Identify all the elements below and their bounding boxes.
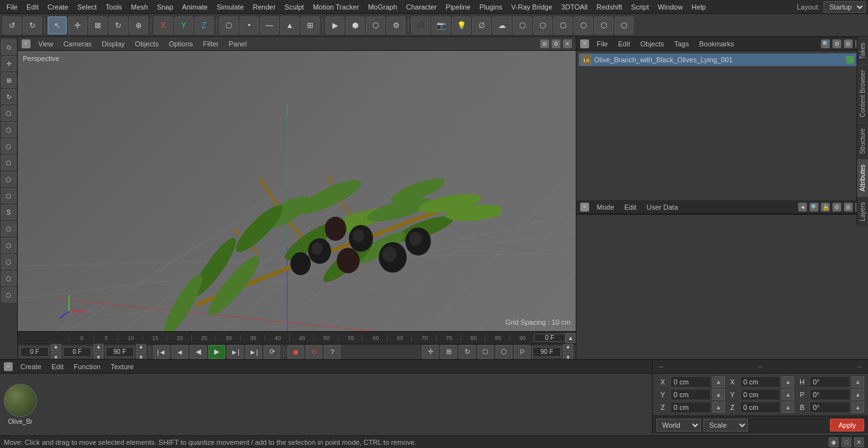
- menu-edit[interactable]: Edit: [23, 2, 43, 12]
- attr-expand-icon[interactable]: ⊞: [844, 203, 853, 212]
- mat-edit-menu[interactable]: Edit: [49, 362, 66, 371]
- obj-edit-menu[interactable]: Edit: [616, 39, 633, 48]
- loop-button[interactable]: ⟳: [264, 345, 280, 359]
- z-axis-button[interactable]: Z: [194, 17, 214, 34]
- sidebar-extrude[interactable]: ⬡: [1, 105, 17, 121]
- render-settings-button[interactable]: ⚙: [386, 17, 405, 34]
- obj-objects-menu[interactable]: Objects: [638, 39, 667, 48]
- scale-key-button[interactable]: ⊞: [440, 345, 457, 359]
- coord-z-arrow[interactable]: ▲: [712, 402, 725, 413]
- apply-button[interactable]: Apply: [830, 419, 864, 431]
- viewport-cameras-menu[interactable]: Cameras: [61, 39, 95, 48]
- coord-z2-pos[interactable]: 0 cm: [740, 402, 781, 413]
- render-button[interactable]: ▶: [325, 17, 344, 34]
- sidebar-mirror[interactable]: ⬡: [1, 238, 17, 253]
- rotate-key-button[interactable]: ↻: [459, 345, 475, 359]
- edge-mode-button[interactable]: —: [260, 17, 279, 34]
- play-reverse-button[interactable]: ◀: [190, 345, 207, 359]
- viewport-panel-menu[interactable]: Panel: [226, 39, 249, 48]
- status-btn-1[interactable]: ◉: [829, 437, 839, 447]
- menu-character[interactable]: Character: [402, 2, 440, 12]
- step-back-button[interactable]: ◄: [172, 345, 188, 359]
- scale-tool-button[interactable]: ⊠: [88, 17, 107, 34]
- coord-x2-pos[interactable]: 0 cm: [740, 376, 781, 388]
- sidebar-live-selection[interactable]: ⊙: [1, 39, 17, 55]
- sidebar-magnet[interactable]: ⬡: [1, 221, 17, 236]
- menu-file[interactable]: File: [3, 2, 22, 12]
- mat-panel-icon[interactable]: ≡: [4, 362, 13, 371]
- coord-y2-arrow[interactable]: ▲: [782, 389, 794, 400]
- uv-mode-button[interactable]: ⊞: [301, 17, 320, 34]
- preview-start-down[interactable]: ▼: [93, 352, 104, 359]
- extra-btn-5[interactable]: ⬡: [614, 17, 634, 34]
- light-button[interactable]: 💡: [452, 17, 471, 34]
- extra-btn-1[interactable]: ⬡: [533, 17, 552, 34]
- menu-simulate[interactable]: Simulate: [213, 2, 248, 12]
- key-grid-button[interactable]: ⬡: [496, 345, 512, 359]
- coord-x-pos[interactable]: 0 cm: [670, 376, 711, 388]
- attr-search-icon[interactable]: 🔍: [810, 203, 818, 212]
- sidebar-extra-2[interactable]: ⬡: [1, 287, 17, 302]
- menu-vray[interactable]: V-Ray Bridge: [508, 2, 557, 12]
- autokey-button[interactable]: ⊙: [306, 345, 322, 359]
- menu-animate[interactable]: Animate: [179, 2, 212, 12]
- sidebar-scale[interactable]: ⊞: [1, 72, 17, 88]
- sidebar-bridge[interactable]: ⬡: [1, 139, 17, 154]
- end-frame-down[interactable]: ▼: [563, 352, 573, 359]
- sidebar-smooth[interactable]: S: [1, 205, 17, 220]
- tab-structure[interactable]: Structure: [857, 123, 868, 160]
- polygon-mode-button[interactable]: ▲: [280, 17, 299, 34]
- menu-render[interactable]: Render: [249, 2, 280, 12]
- extra-btn-4[interactable]: ⬡: [594, 17, 613, 34]
- go-to-start-button[interactable]: |◄: [153, 345, 170, 359]
- sidebar-spline-tool[interactable]: ⬡: [1, 188, 17, 203]
- viewport-filter-menu[interactable]: Filter: [201, 39, 221, 48]
- render-view-button[interactable]: ⬢: [346, 17, 365, 34]
- obj-tags-menu[interactable]: Tags: [672, 39, 691, 48]
- move-key-button[interactable]: ✛: [422, 345, 438, 359]
- start-frame-down[interactable]: ▼: [51, 352, 61, 359]
- extra-btn-2[interactable]: ⬡: [553, 17, 573, 34]
- status-btn-3[interactable]: ✕: [854, 437, 864, 447]
- sidebar-rotate[interactable]: ↻: [1, 89, 17, 104]
- attr-edit-menu[interactable]: Edit: [622, 203, 639, 212]
- preview-end-field[interactable]: 90 F: [105, 347, 134, 357]
- tab-layers[interactable]: Layers: [857, 196, 868, 226]
- menu-3dtoall[interactable]: 3DTOAll: [557, 2, 591, 12]
- layout-dropdown[interactable]: Startup: [824, 1, 865, 13]
- end-frame-field[interactable]: 90 F: [532, 347, 561, 357]
- status-btn-2[interactable]: □: [841, 437, 851, 447]
- sidebar-extra-1[interactable]: ⬡: [1, 271, 17, 286]
- attr-mode-menu[interactable]: Mode: [594, 203, 617, 212]
- coord-y-arrow[interactable]: ▲: [712, 389, 725, 400]
- obj-panel-icon[interactable]: ≡: [580, 39, 589, 48]
- tab-content-browser[interactable]: Content Browser: [857, 64, 868, 122]
- render-all-button[interactable]: ⬡: [366, 17, 385, 34]
- mat-create-menu[interactable]: Create: [18, 362, 44, 371]
- attr-panel-icon[interactable]: ≡: [580, 203, 589, 212]
- sidebar-weld[interactable]: ⬡: [1, 172, 17, 187]
- viewport-close-icon[interactable]: ✕: [563, 39, 572, 48]
- menu-snap[interactable]: Snap: [153, 2, 177, 12]
- world-dropdown[interactable]: World: [656, 419, 701, 431]
- coord-b-val[interactable]: 0°: [810, 402, 850, 413]
- undo-button[interactable]: ↺: [3, 17, 22, 34]
- preview-start-field[interactable]: 0 F: [63, 347, 92, 357]
- extra-btn-3[interactable]: ⬡: [574, 17, 593, 34]
- menu-script[interactable]: Script: [627, 2, 653, 12]
- go-to-end-button[interactable]: ►|: [245, 345, 262, 359]
- tab-attributes[interactable]: Attributes: [857, 159, 868, 196]
- scale-dropdown[interactable]: Scale: [703, 419, 748, 431]
- menu-pipeline[interactable]: Pipeline: [442, 2, 474, 12]
- material-olive[interactable]: Olive_Br: [4, 384, 37, 425]
- viewport-menu-icon[interactable]: ≡: [22, 39, 31, 48]
- obj-config-icon[interactable]: ⚙: [832, 39, 841, 48]
- record-button[interactable]: ⏺: [287, 345, 304, 359]
- object-row-olive[interactable]: Lo Olive_Branch_with_Black_Olives_Lying_…: [579, 53, 865, 66]
- floor-button[interactable]: ⬛: [411, 17, 430, 34]
- viewport-view-menu[interactable]: View: [36, 39, 56, 48]
- step-forward-button[interactable]: ►|: [227, 345, 243, 359]
- obj-dot-green[interactable]: [846, 56, 854, 64]
- menu-sculpt[interactable]: Sculpt: [281, 2, 308, 12]
- coord-z2-arrow[interactable]: ▲: [782, 402, 794, 413]
